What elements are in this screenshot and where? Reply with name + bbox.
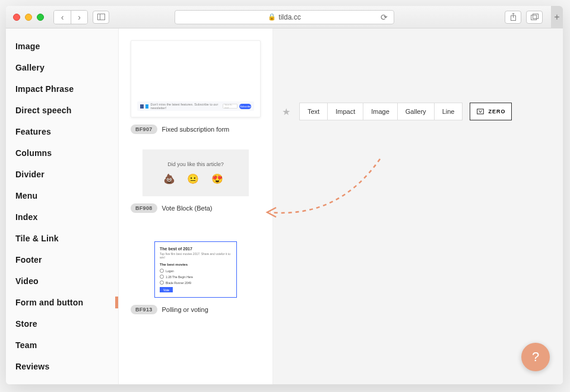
block-code-badge: BF913 <box>131 305 157 314</box>
zero-label: ZERO <box>488 109 505 114</box>
subscription-bar-preview: Don't miss the latest features. Subscrib… <box>137 101 254 111</box>
block-card-bf908[interactable]: Did you like this article? 💩 😐 😍 BF908 V… <box>119 144 273 222</box>
category-sidebar: Text block Image Gallery Impact Phrase D… <box>6 28 119 384</box>
block-card-bf907[interactable]: Don't miss the latest features. Subscrib… <box>119 34 273 144</box>
sidebar-item-label: Tile & Link <box>15 234 59 243</box>
sidebar-item-team[interactable]: Team <box>6 334 118 356</box>
block-code-badge: BF908 <box>131 203 157 213</box>
preview-text: Don't miss the latest features. Subscrib… <box>150 103 219 110</box>
facebook-icon <box>140 104 144 109</box>
zero-block-button[interactable]: ZERO <box>470 103 512 120</box>
sidebar-item-reviews[interactable]: Reviews <box>6 356 118 377</box>
favorite-star-icon[interactable]: ★ <box>273 103 299 120</box>
sidebar-item-text-block[interactable]: Text block <box>6 28 118 36</box>
block-title: Polling or voting <box>162 306 208 313</box>
sidebar-item-label: Store <box>15 319 37 329</box>
help-button[interactable]: ? <box>521 343 550 371</box>
window-controls <box>13 14 44 21</box>
blocks-panel: Don't miss the latest features. Subscrib… <box>119 28 273 384</box>
svg-rect-5 <box>533 14 538 19</box>
sidebar-item-video[interactable]: Video <box>6 270 118 292</box>
poll-option: Logan <box>160 269 232 273</box>
sidebar-item-label: Text block <box>15 28 57 30</box>
sidebar-item-label: Form and button <box>15 298 83 307</box>
forward-button[interactable]: › <box>71 11 87 24</box>
quick-block-buttons: Text Impact Image Gallery Line <box>299 103 463 120</box>
toolbar-line-button[interactable]: Line <box>434 103 463 120</box>
block-card-bf913[interactable]: The best of 2017 Top five film best movi… <box>119 222 273 324</box>
share-button[interactable] <box>505 11 521 24</box>
refresh-icon[interactable]: ⟳ <box>381 12 388 22</box>
poll-title: The best of 2017 <box>160 247 232 251</box>
toolbar-label: Image <box>371 108 390 115</box>
toolbar-label: Impact <box>335 108 355 115</box>
sidebar-item-columns[interactable]: Columns <box>6 142 118 164</box>
sidebar-item-tile-link[interactable]: Tile & Link <box>6 228 118 249</box>
poll-option-label: Logan <box>166 269 174 273</box>
toolbar-label: Line <box>442 108 455 115</box>
lock-icon: 🔒 <box>268 13 276 21</box>
svg-rect-6 <box>477 109 484 114</box>
close-window-button[interactable] <box>13 14 20 21</box>
sidebar-item-label: Gallery <box>15 63 45 72</box>
sidebar-item-label: Video <box>15 276 39 286</box>
back-button[interactable]: ‹ <box>54 11 71 24</box>
address-bar[interactable]: 🔒 tilda.cc ⟳ <box>175 10 394 24</box>
maximize-window-button[interactable] <box>37 14 44 21</box>
block-title: Fixed subscription form <box>162 126 230 133</box>
twitter-icon <box>145 104 149 109</box>
svg-rect-0 <box>97 14 104 20</box>
toolbar-label: Text <box>308 108 319 115</box>
block-title: Vote Block (Beta) <box>162 205 213 212</box>
poll-option: Blade Runner 2049 <box>160 281 232 285</box>
tabs-icon <box>531 14 539 20</box>
block-preview: Don't miss the latest features. Subscrib… <box>131 40 261 117</box>
vote-button-preview: Vote <box>160 287 173 292</box>
poll-option: 1:28 The Begin Here <box>160 275 232 279</box>
sidebar-item-footer[interactable]: Footer <box>6 249 118 270</box>
vote-question: Did you like this article? <box>148 161 243 167</box>
sidebar-item-divider[interactable]: Divider <box>6 164 118 185</box>
svg-rect-4 <box>531 15 536 20</box>
minimize-window-button[interactable] <box>25 14 32 21</box>
sidebar-item-features[interactable]: Features <box>6 121 118 142</box>
sidebar-item-direct-speech[interactable]: Direct speech <box>6 100 118 121</box>
sidebar-item-store[interactable]: Store <box>6 313 118 334</box>
share-icon <box>510 13 517 21</box>
poll-subtitle: Top five film best movies 2017. Share an… <box>160 252 232 259</box>
titlebar: ‹ › 🔒 tilda.cc ⟳ + <box>6 6 563 28</box>
toolbar-text-button[interactable]: Text <box>300 103 327 120</box>
tabs-button[interactable] <box>526 11 543 24</box>
browser-window: ‹ › 🔒 tilda.cc ⟳ + Text block Image Gall… <box>6 6 563 384</box>
toolbar-label: Gallery <box>406 108 426 115</box>
titlebar-right: + <box>505 6 556 28</box>
sidebar-item-label: Features <box>15 127 51 136</box>
block-preview: The best of 2017 Top five film best movi… <box>154 241 237 298</box>
poll-option-label: Blade Runner 2049 <box>166 281 191 285</box>
sidebar-item-index[interactable]: Index <box>6 206 118 228</box>
subscribe-button-preview: Subscribe <box>239 104 251 109</box>
sidebar-item-label: Image <box>15 42 40 51</box>
new-tab-button[interactable]: + <box>551 6 563 28</box>
block-label: BF908 Vote Block (Beta) <box>131 203 261 213</box>
toolbar-image-button[interactable]: Image <box>363 103 397 120</box>
sidebar-item-label: Menu <box>15 191 37 200</box>
sidebar-item-impact-phrase[interactable]: Impact Phrase <box>6 78 118 100</box>
sidebar-item-form-button[interactable]: Form and button <box>6 292 118 313</box>
sidebar-item-menu[interactable]: Menu <box>6 185 118 206</box>
block-label: BF913 Polling or voting <box>131 305 261 314</box>
nav-buttons: ‹ › <box>53 10 88 24</box>
sidebar-item-timetable[interactable]: Timetable <box>6 377 118 384</box>
tutorial-arrow <box>261 147 410 242</box>
sidebar-item-label: Timetable <box>15 383 55 384</box>
sidebar-item-gallery[interactable]: Gallery <box>6 57 118 78</box>
poll-heading: The best movies <box>160 263 232 266</box>
sidebar-item-label: Impact Phrase <box>15 84 74 94</box>
block-label: BF907 Fixed subscription form <box>131 125 261 134</box>
show-sidebar-button[interactable] <box>93 11 109 24</box>
toolbar-gallery-button[interactable]: Gallery <box>397 103 434 120</box>
block-code-badge: BF907 <box>131 125 157 134</box>
sidebar-item-image[interactable]: Image <box>6 36 118 57</box>
vote-emojis: 💩 😐 😍 <box>148 173 243 184</box>
toolbar-impact-button[interactable]: Impact <box>327 103 363 120</box>
